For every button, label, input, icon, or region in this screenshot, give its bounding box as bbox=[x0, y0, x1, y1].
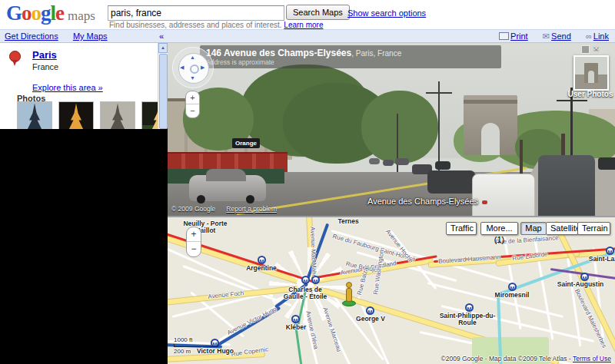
streetview-zoom-control: + − bbox=[185, 91, 200, 118]
streetview-copyright: © 2009 GoogleReport a problem bbox=[171, 205, 277, 213]
map-type-button[interactable]: Map bbox=[520, 222, 547, 235]
scale-metric: 200 m bbox=[174, 348, 218, 355]
street-label: Avenue Mac-Mahon bbox=[309, 227, 317, 282]
learn-more-link[interactable]: Learn more bbox=[284, 21, 323, 29]
get-directions-link[interactable]: Get Directions bbox=[5, 31, 58, 41]
logo-letter: o bbox=[32, 2, 42, 25]
streetview-pan-control[interactable]: ▲ ▼ ◀ ▶ bbox=[172, 47, 214, 88]
search-maps-button[interactable]: Search Maps bbox=[286, 5, 350, 20]
metro-station-icon[interactable]: M bbox=[465, 303, 474, 312]
close-icon[interactable]: × bbox=[593, 43, 599, 54]
zoom-in-button[interactable]: + bbox=[186, 91, 199, 104]
address-overlay: 146 Avenue des Champs-Elysées, Paris, Fr… bbox=[200, 45, 501, 68]
station-label: Saint-Augustin bbox=[550, 281, 610, 288]
station-label: Saint-Philippe-du-Roule bbox=[430, 313, 504, 326]
satellite-type-button[interactable]: Satellite bbox=[546, 222, 578, 235]
place-name-link[interactable]: Paris bbox=[32, 49, 57, 61]
pan-right-icon[interactable]: ▶ bbox=[201, 65, 204, 70]
zoom-out-button[interactable]: − bbox=[186, 104, 199, 117]
user-photos-label[interactable]: User Photos bbox=[566, 90, 615, 98]
hint-text: Find businesses, addresses and places of… bbox=[109, 21, 282, 29]
copyright-text: ©2009 Google - Map data ©2009 Tele Atlas… bbox=[440, 355, 570, 362]
metro-station-icon[interactable]: M bbox=[508, 283, 517, 291]
photo-thumbnail[interactable] bbox=[58, 101, 94, 132]
google-maps-window: Googlemaps Search Maps Show search optio… bbox=[0, 0, 615, 364]
metro-station-icon[interactable]: M bbox=[580, 273, 589, 281]
arc-photo bbox=[584, 63, 598, 83]
collapse-sidebar-icon[interactable]: « bbox=[159, 31, 164, 41]
expand-icon[interactable] bbox=[581, 45, 590, 54]
logo-maps-word: maps bbox=[68, 8, 95, 23]
eiffel-tower-photo bbox=[101, 102, 135, 131]
map-scale: 1000 ft 200 m bbox=[174, 336, 218, 355]
explore-area-link[interactable]: Explore this area » bbox=[32, 83, 103, 92]
sidebar: Paris France Explore this area » Photos … bbox=[0, 43, 168, 364]
search-input[interactable] bbox=[108, 5, 284, 21]
my-maps-link[interactable]: My Maps bbox=[73, 31, 108, 41]
link-link[interactable]: Link bbox=[593, 31, 609, 41]
station-label: Argentine bbox=[238, 265, 284, 272]
toolbar: Get Directions My Maps « Print ✉Send ∞Li… bbox=[0, 29, 615, 43]
pan-left-icon[interactable]: ◀ bbox=[180, 65, 184, 70]
scroll-up-arrow-icon[interactable]: ▲ bbox=[158, 43, 168, 53]
station-label: George V bbox=[351, 316, 391, 323]
show-search-options-link[interactable]: Show search options bbox=[347, 8, 426, 18]
suv bbox=[427, 170, 475, 194]
station-label: Ternes bbox=[331, 218, 365, 225]
photo-thumbnail[interactable] bbox=[17, 101, 52, 132]
scrollbar-thumb[interactable] bbox=[159, 54, 168, 129]
zoom-out-button[interactable]: − bbox=[187, 242, 201, 256]
link-icon: ∞ bbox=[586, 31, 592, 41]
map-panel[interactable]: Avenue Mac-Mahon Avenue Foch Avenue Vict… bbox=[168, 217, 615, 364]
tree bbox=[361, 91, 438, 164]
zoom-in-button[interactable]: + bbox=[187, 227, 201, 242]
google-maps-logo[interactable]: Googlemaps bbox=[6, 2, 95, 25]
search-hint: Find businesses, addresses and places of… bbox=[109, 21, 324, 29]
metro-station-icon[interactable]: M bbox=[311, 276, 320, 284]
send-link[interactable]: Send bbox=[551, 31, 571, 41]
orange-store-sign: Orange bbox=[232, 138, 260, 148]
pegman[interactable] bbox=[342, 282, 356, 306]
scale-imperial: 1000 ft bbox=[174, 336, 218, 343]
pegman-head bbox=[346, 282, 352, 288]
dark-van bbox=[538, 155, 595, 217]
metro-station-icon[interactable]: M bbox=[291, 315, 300, 323]
terrain-type-button[interactable]: Terrain bbox=[577, 222, 610, 235]
place-country: France bbox=[32, 62, 58, 71]
user-photos-thumbnail[interactable] bbox=[573, 55, 609, 91]
arc-arch-opening bbox=[481, 123, 500, 155]
metro-station-icon[interactable]: M bbox=[366, 306, 374, 315]
street-label: Avenue Victor Hugo bbox=[226, 306, 278, 336]
report-problem-link[interactable]: Report a problem bbox=[226, 205, 277, 213]
logo-letter: g bbox=[41, 2, 51, 25]
photo-thumbnail[interactable] bbox=[100, 101, 135, 132]
car-wheel bbox=[246, 195, 254, 204]
panel-divider[interactable] bbox=[168, 216, 615, 217]
metro-station-icon[interactable]: M bbox=[606, 247, 614, 255]
separator bbox=[577, 31, 580, 41]
map-zoom-control: + − bbox=[186, 227, 201, 257]
pan-center-icon[interactable] bbox=[190, 65, 199, 74]
metro-station-icon[interactable]: M bbox=[301, 276, 310, 284]
address-suffix: , Paris, France bbox=[351, 49, 401, 58]
logo-letter: e bbox=[55, 2, 64, 25]
arc-de-triomphe bbox=[464, 95, 517, 155]
lamp-arm bbox=[426, 92, 452, 94]
separator bbox=[65, 31, 67, 41]
pan-down-icon[interactable]: ▼ bbox=[190, 75, 195, 81]
more-button[interactable]: More... (1) bbox=[480, 222, 518, 235]
unrendered-area bbox=[0, 129, 168, 364]
street-view-panel[interactable]: Orange 146 Avenue des Champs-Elysées, Pa… bbox=[168, 43, 615, 217]
car-wheel bbox=[197, 195, 205, 204]
metro-station-icon[interactable]: M bbox=[258, 256, 266, 264]
white-van bbox=[472, 174, 535, 217]
car bbox=[598, 157, 615, 170]
sidebar-scrollbar[interactable]: ▲ bbox=[158, 43, 167, 129]
address-note: Address is approximate bbox=[206, 58, 495, 66]
lamp-post bbox=[438, 81, 440, 172]
pan-up-icon[interactable]: ▲ bbox=[190, 55, 195, 60]
terms-of-use-link[interactable]: Terms of Use bbox=[573, 355, 611, 362]
print-link[interactable]: Print bbox=[510, 31, 528, 41]
separator bbox=[534, 31, 537, 41]
traffic-button[interactable]: Traffic bbox=[446, 222, 477, 235]
